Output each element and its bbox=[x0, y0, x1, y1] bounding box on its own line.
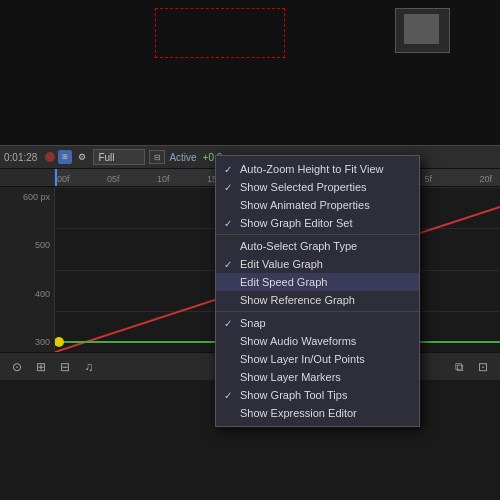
icon-1[interactable]: ⊙ bbox=[8, 358, 26, 376]
icon-2[interactable]: ⊞ bbox=[32, 358, 50, 376]
icon-3[interactable]: ⊟ bbox=[56, 358, 74, 376]
toolbar-icon-group: ⊞ ⚙ bbox=[45, 150, 89, 164]
playhead[interactable] bbox=[55, 169, 57, 186]
graph-label-300: 300 bbox=[35, 337, 50, 347]
grid-icon[interactable]: ⊞ bbox=[58, 150, 72, 164]
menu-item-edit-speed-graph[interactable]: Edit Speed Graph bbox=[216, 273, 419, 291]
timeline-label-spacer bbox=[0, 169, 55, 186]
grid-small-icon: ⊟ bbox=[154, 153, 161, 162]
top-area bbox=[0, 0, 500, 145]
thumbnail-preview bbox=[395, 8, 450, 53]
settings-icon[interactable]: ⚙ bbox=[75, 150, 89, 164]
menu-item-show-reference-graph[interactable]: Show Reference Graph bbox=[216, 291, 419, 309]
menu-item-show-graph-tooltips[interactable]: Show Graph Tool Tips bbox=[216, 386, 419, 404]
ruler-mark-20r: 20f bbox=[479, 174, 492, 184]
graph-labels: 600 px 500 400 300 bbox=[0, 187, 55, 352]
ruler-mark-05: 05f bbox=[107, 174, 120, 184]
menu-item-show-layer-markers[interactable]: Show Layer Markers bbox=[216, 368, 419, 386]
thumbnail-image bbox=[404, 14, 439, 44]
graph-label-500: 500 bbox=[35, 240, 50, 250]
icon-4[interactable]: ♫ bbox=[80, 358, 98, 376]
tools-icon[interactable]: ⊡ bbox=[474, 358, 492, 376]
menu-item-show-selected[interactable]: Show Selected Properties bbox=[216, 178, 419, 196]
ruler-mark-00: 00f bbox=[57, 174, 70, 184]
active-label: Active bbox=[169, 152, 196, 163]
menu-item-auto-zoom[interactable]: Auto-Zoom Height to Fit View bbox=[216, 160, 419, 178]
menu-item-edit-value-graph[interactable]: Edit Value Graph bbox=[216, 255, 419, 273]
menu-item-snap[interactable]: Snap bbox=[216, 311, 419, 332]
menu-item-show-graph-editor-set[interactable]: Show Graph Editor Set bbox=[216, 214, 419, 232]
context-menu: Auto-Zoom Height to Fit ViewShow Selecte… bbox=[215, 155, 420, 427]
ruler-mark-5r: 5f bbox=[424, 174, 432, 184]
menu-item-show-audio[interactable]: Show Audio Waveforms bbox=[216, 332, 419, 350]
graph-label-600: 600 px bbox=[23, 192, 50, 202]
graph-label-400: 400 bbox=[35, 289, 50, 299]
menu-item-show-animated[interactable]: Show Animated Properties bbox=[216, 196, 419, 214]
timecode-display: 0:01:28 bbox=[4, 152, 37, 163]
svg-point-2 bbox=[55, 337, 64, 347]
settings-bottom-icon[interactable]: ⧉ bbox=[450, 358, 468, 376]
menu-item-auto-select-graph[interactable]: Auto-Select Graph Type bbox=[216, 234, 419, 255]
color-swatch-icon[interactable] bbox=[45, 152, 55, 162]
view-options-button[interactable]: ⊟ bbox=[149, 150, 165, 164]
menu-item-show-layer-inout[interactable]: Show Layer In/Out Points bbox=[216, 350, 419, 368]
red-dotted-selection bbox=[155, 8, 285, 58]
menu-item-show-expression-editor[interactable]: Show Expression Editor bbox=[216, 404, 419, 422]
resolution-dropdown[interactable]: Full Half Quarter bbox=[93, 149, 145, 165]
ruler-mark-10: 10f bbox=[157, 174, 170, 184]
